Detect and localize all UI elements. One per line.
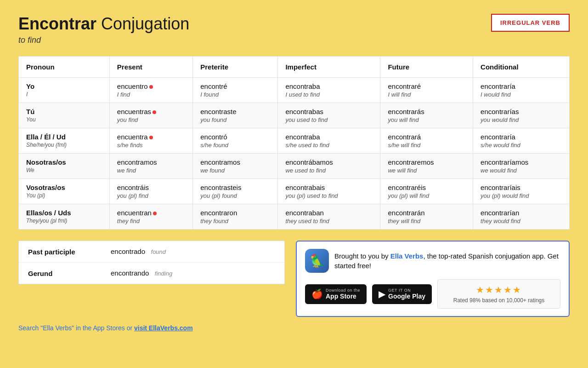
cell-present: encontráis you (pl) find: [109, 179, 192, 204]
cell-conditional: encontraría I would find: [473, 78, 570, 103]
cell-future: encontrará s/he will find: [380, 128, 473, 154]
rating-box: ★★★★★ Rated 98% based on 10,000+ ratings: [437, 279, 560, 309]
cell-future: encontrarás you will find: [380, 103, 473, 128]
col-header-present: Present: [109, 57, 192, 78]
irregular-dot: [149, 85, 153, 89]
cell-future: encontraremos we will find: [380, 154, 473, 179]
irregular-verb-badge: IRREGULAR VERB: [491, 14, 570, 32]
cell-present: encuentras you find: [109, 103, 192, 128]
past-participle-row: Past participle encontrado found: [19, 241, 284, 263]
cell-conditional: encontraría s/he would find: [473, 128, 570, 154]
col-header-conditional: Conditional: [473, 57, 570, 78]
cell-pronoun: Nosotras/os We: [19, 154, 110, 179]
apple-icon: 🍎: [311, 289, 323, 299]
table-row: Ella / Él / Ud She/he/you (fml) encuentr…: [19, 128, 570, 154]
cell-pronoun: Vosotras/os You (pl): [19, 179, 110, 204]
gerund-label: Gerund: [28, 270, 111, 277]
irregular-dot: [153, 212, 157, 215]
cell-future: encontraréis you (pl) will find: [380, 179, 473, 204]
title-block: Encontrar Conjugation to find: [18, 14, 189, 45]
cell-present: encontramos we find: [109, 154, 192, 179]
cell-preterite: encontraste you found: [193, 103, 278, 128]
irregular-dot: [149, 136, 153, 139]
ella-verbs-link[interactable]: Ella Verbs: [390, 252, 424, 260]
participle-table: Past participle encontrado found Gerund …: [18, 241, 285, 284]
gerund-row: Gerund encontrando finding: [19, 263, 284, 284]
cell-imperfect: encontrabais you (pl) used to find: [278, 179, 380, 204]
verb-name: Encontrar: [18, 14, 96, 33]
table-row: Ellas/os / Uds They/you (pl fml) encuent…: [19, 204, 570, 230]
rating-text: Rated 98% based on 10,000+ ratings: [444, 297, 554, 304]
star-rating: ★★★★★: [444, 284, 554, 295]
cell-imperfect: encontraban they used to find: [278, 204, 380, 230]
cell-present: encuentran they find: [109, 204, 192, 230]
cell-pronoun: Ellas/os / Uds They/you (pl fml): [19, 204, 110, 230]
past-participle-value: encontrado found: [111, 247, 166, 256]
cell-pronoun: Yo I: [19, 78, 110, 103]
table-row: Vosotras/os You (pl) encontráis you (pl)…: [19, 179, 570, 204]
gerund-value: encontrando finding: [111, 269, 172, 277]
irregular-dot: [153, 110, 156, 114]
cell-preterite: encontrasteis you (pl) found: [193, 179, 278, 204]
cell-imperfect: encontrabas you used to find: [278, 103, 380, 128]
verb-translation: to find: [18, 35, 189, 45]
app-buttons-row: 🍎 Download on the App Store ▶ GET IT ON …: [305, 279, 560, 309]
google-small-text: GET IT ON: [388, 288, 425, 293]
cell-imperfect: encontrábamos we used to find: [278, 154, 380, 179]
cell-future: encontraré I will find: [380, 78, 473, 103]
google-name: Google Play: [388, 293, 425, 300]
table-row: Nosotras/os We encontramos we find encon…: [19, 154, 570, 179]
col-header-future: Future: [380, 57, 473, 78]
page-header: Encontrar Conjugation to find IRREGULAR …: [18, 14, 570, 45]
promo-text-before: Brought to you by: [334, 252, 390, 260]
cell-preterite: encontró s/he found: [193, 128, 278, 154]
past-participle-label: Past participle: [28, 248, 111, 256]
cell-present: encuentra s/he finds: [109, 128, 192, 154]
promo-header: 🦜 Brought to you by Ella Verbs, the top-…: [305, 249, 560, 273]
title-suffix: Conjugation: [96, 14, 189, 33]
cell-present: encuentro I find: [109, 78, 192, 103]
cell-conditional: encontraríamos we would find: [473, 154, 570, 179]
col-header-preterite: Preterite: [193, 57, 278, 78]
cell-conditional: encontrarías you would find: [473, 103, 570, 128]
promo-text: Brought to you by Ella Verbs, the top-ra…: [334, 251, 560, 270]
app-icon: 🦜: [305, 249, 329, 273]
page-title: Encontrar Conjugation: [18, 14, 189, 34]
table-row: Yo I encuentro I find encontré I found e…: [19, 78, 570, 103]
cell-preterite: encontraron they found: [193, 204, 278, 230]
google-play-icon: ▶: [379, 289, 385, 299]
ella-verbs-website-link[interactable]: visit EllaVerbs.com: [134, 324, 193, 332]
cell-preterite: encontramos we found: [193, 154, 278, 179]
app-store-name: App Store: [326, 293, 360, 300]
cell-pronoun: Tú You: [19, 103, 110, 128]
app-promo-box: 🦜 Brought to you by Ella Verbs, the top-…: [296, 241, 570, 317]
cell-future: encontrarán they will find: [380, 204, 473, 230]
cell-pronoun: Ella / Él / Ud She/he/you (fml): [19, 128, 110, 154]
footer-search: Search "Ella Verbs" in the App Stores or…: [18, 324, 570, 332]
cell-conditional: encontrarían they would find: [473, 204, 570, 230]
bottom-section: Past participle encontrado found Gerund …: [18, 241, 570, 317]
table-header-row: Pronoun Present Preterite Imperfect Futu…: [19, 57, 570, 78]
cell-conditional: encontraríais you (pl) would find: [473, 179, 570, 204]
google-play-button[interactable]: ▶ GET IT ON Google Play: [372, 284, 432, 304]
app-store-button[interactable]: 🍎 Download on the App Store: [305, 284, 367, 304]
col-header-pronoun: Pronoun: [19, 57, 110, 78]
cell-preterite: encontré I found: [193, 78, 278, 103]
col-header-imperfect: Imperfect: [278, 57, 380, 78]
footer-text: Search "Ella Verbs" in the App Stores or: [18, 324, 134, 332]
conjugation-table: Pronoun Present Preterite Imperfect Futu…: [18, 56, 570, 230]
table-row: Tú You encuentras you find encontraste y…: [19, 103, 570, 128]
cell-imperfect: encontraba I used to find: [278, 78, 380, 103]
app-store-small-text: Download on the: [326, 288, 360, 293]
cell-imperfect: encontraba s/he used to find: [278, 128, 380, 154]
